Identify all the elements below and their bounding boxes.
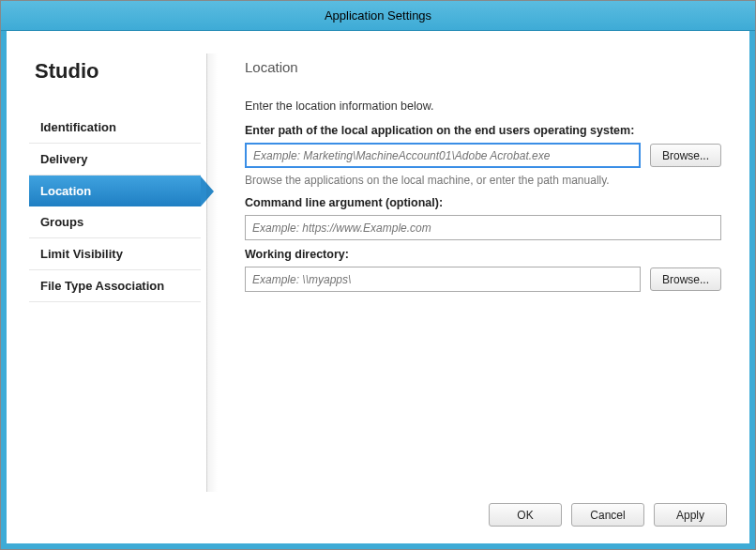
sidebar-item-location[interactable]: Location: [29, 176, 201, 206]
titlebar: Application Settings: [1, 1, 755, 31]
cmd-label: Command line argument (optional):: [245, 196, 721, 209]
ok-button[interactable]: OK: [489, 503, 562, 527]
sidebar-item-identification[interactable]: Identification: [29, 112, 201, 144]
path-hint: Browse the applications on the local mac…: [245, 174, 721, 187]
window-inner: Studio Identification Delivery Location …: [1, 31, 755, 549]
window: Application Settings Studio Identificati…: [0, 0, 756, 550]
apply-button[interactable]: Apply: [654, 503, 727, 527]
sidebar-item-limit-visibility[interactable]: Limit Visibility: [29, 238, 201, 270]
main-panel: Location Enter the location information …: [207, 53, 727, 492]
content-area: Studio Identification Delivery Location …: [29, 53, 727, 492]
sidebar-item-label: File Type Association: [40, 279, 164, 293]
sidebar-item-label: Identification: [40, 120, 116, 134]
path-row: Browse...: [245, 143, 721, 168]
sidebar-item-file-type-association[interactable]: File Type Association: [29, 270, 201, 302]
sidebar-item-delivery[interactable]: Delivery: [29, 144, 201, 176]
dialog-footer: OK Cancel Apply: [29, 492, 727, 527]
wd-input[interactable]: [245, 267, 641, 292]
cancel-button[interactable]: Cancel: [571, 503, 644, 527]
sidebar-item-label: Limit Visibility: [40, 247, 123, 261]
wd-label: Working directory:: [245, 248, 721, 261]
intro-text: Enter the location information below.: [245, 99, 721, 113]
sidebar: Studio Identification Delivery Location …: [29, 53, 207, 492]
sidebar-title: Studio: [29, 59, 201, 112]
page-title: Location: [245, 59, 721, 75]
browse-path-button[interactable]: Browse...: [650, 144, 721, 167]
sidebar-item-label: Groups: [40, 215, 83, 229]
path-input[interactable]: [245, 143, 641, 168]
path-label: Enter path of the local application on t…: [245, 124, 721, 137]
sidebar-item-groups[interactable]: Groups: [29, 206, 201, 238]
wd-row: Browse...: [245, 267, 721, 292]
window-title: Application Settings: [325, 8, 431, 23]
cmd-input[interactable]: [245, 215, 721, 240]
sidebar-item-label: Location: [40, 184, 91, 198]
cmd-row: [245, 215, 721, 240]
sidebar-item-label: Delivery: [40, 152, 88, 166]
browse-wd-button[interactable]: Browse...: [650, 267, 721, 291]
